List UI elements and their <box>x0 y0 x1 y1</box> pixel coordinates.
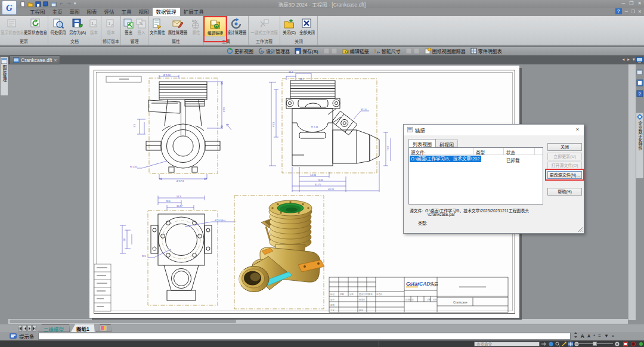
file-properties-button[interactable]: 文件属性 <box>149 17 166 35</box>
update-views-item[interactable]: 更新视图 <box>227 48 253 54</box>
one-click-workflow-button[interactable]: 一键式工作流程 <box>249 17 279 35</box>
new-file-icon[interactable] <box>20 1 26 7</box>
zoom-out-icon[interactable] <box>574 342 580 346</box>
tab-view[interactable]: 视图 <box>135 8 153 16</box>
tab-tools[interactable]: 工具 <box>118 8 135 16</box>
link-row-selected[interactable]: G:\桌面\工作学习\5、技术文章\202... <box>410 156 481 162</box>
properties-mv-button[interactable]: mv 属性 <box>190 17 203 35</box>
zoom-in-icon[interactable] <box>615 342 620 346</box>
next-sheet-button[interactable] <box>27 325 32 331</box>
tab-tree-view[interactable]: 树视图 <box>435 140 458 147</box>
tab-scroll-right-icon[interactable]: ▸ <box>627 57 630 62</box>
where-used-button[interactable]: 何处使用 <box>49 17 67 35</box>
update-now-button[interactable]: 立即更新(U) <box>547 153 582 160</box>
stop-icon[interactable] <box>631 342 636 346</box>
font-increase-icon[interactable]: A <box>581 333 585 340</box>
last-sheet-button[interactable] <box>32 325 36 331</box>
tab-scroll-left-icon[interactable]: ◂ <box>622 57 624 62</box>
check-in-button[interactable]: 签入 <box>135 17 147 35</box>
close-file-button[interactable]: 关闭(C) <box>281 17 298 35</box>
save-icon[interactable] <box>35 1 41 7</box>
design-manager-item[interactable]: 设计管理器 <box>258 48 290 54</box>
prompt-menu-icon[interactable]: ≡ <box>598 333 601 340</box>
tab-drawing[interactable]: 工程图 <box>26 8 49 16</box>
font-decrease-icon[interactable]: A <box>587 333 590 340</box>
tab-data-management[interactable]: 数据管理 <box>153 8 180 16</box>
monitor-icon[interactable] <box>636 57 643 64</box>
design-manager-button[interactable]: 设计管理器 <box>226 17 247 35</box>
goto-icon[interactable] <box>541 342 547 346</box>
panel-icon-2[interactable] <box>636 79 643 86</box>
doc-close-button[interactable]: ✕ <box>638 9 642 14</box>
right-panel-tab[interactable]: 企业数字化特性 <box>636 112 644 179</box>
tab-list-view[interactable]: 列表视图 <box>408 139 436 147</box>
disabled-item-2[interactable] <box>405 48 420 54</box>
status-green-icon[interactable] <box>639 342 644 346</box>
save-as-button[interactable]: 另存为(A) <box>67 17 88 35</box>
sheet-tab-2d-model[interactable]: 二维模型 <box>38 324 70 332</box>
open-file-icon[interactable] <box>27 1 33 7</box>
left-panel-tab[interactable]: 图层管理 <box>0 57 8 96</box>
parts-list-item[interactable]: 零件明细表 <box>470 48 502 54</box>
tab-evaluate[interactable]: 评估 <box>101 8 118 16</box>
close-all-button[interactable]: 全部关闭 <box>298 17 317 35</box>
dialog-resize-grip[interactable] <box>578 227 583 232</box>
drawing-view-tracker-item[interactable]: 图纸视图跟踪器 <box>425 48 466 54</box>
prompt-star-icon[interactable]: * <box>593 333 595 340</box>
edit-links-item[interactable]: 编辑链接 <box>342 48 369 54</box>
disabled-item-1[interactable] <box>323 48 338 54</box>
customize-toolbar-icon[interactable]: ▾ <box>74 1 80 7</box>
edit-links-button[interactable]: 编辑链接 <box>205 17 226 36</box>
tab-sketch[interactable]: 草图 <box>66 8 83 16</box>
app-logo-button[interactable]: G <box>2 1 17 15</box>
minimize-button[interactable]: ─ <box>621 1 625 6</box>
prompt-spinner[interactable] <box>574 332 578 340</box>
version-button[interactable]: 12 版本 <box>88 17 100 35</box>
tab-home[interactable]: 主页 <box>49 8 66 16</box>
revision-version-button[interactable]: 12 版本 <box>102 17 120 35</box>
prompt-input[interactable] <box>38 333 571 340</box>
property-manager-button[interactable]: 属性管理器 <box>166 17 190 35</box>
first-sheet-button[interactable] <box>18 325 22 331</box>
new-sheet-tab[interactable] <box>96 324 112 332</box>
document-tab-close-icon[interactable]: × <box>54 57 57 63</box>
record-icon[interactable] <box>623 342 628 346</box>
status-icon-2[interactable] <box>555 342 561 346</box>
zoom-slider-handle[interactable] <box>593 342 597 346</box>
prompt-dock-icon[interactable]: ▼ <box>604 333 609 340</box>
status-icon-1[interactable] <box>549 342 554 346</box>
save-item[interactable]: 保存(S) <box>295 48 318 54</box>
tab-extensions[interactable]: 扩展工具 <box>180 8 208 16</box>
restore-button[interactable]: ❐ <box>629 1 633 6</box>
panel-icon-3[interactable]: ? <box>636 90 643 97</box>
status-icon-4[interactable] <box>568 342 574 346</box>
links-list[interactable]: 源文件: 类型 状态 G:\桌面\工作学习\5、技术文章\202... 已卸载 <box>408 147 543 205</box>
show-status-info-button[interactable]: 显示状态信息 <box>1 17 24 35</box>
smart-dimension-item[interactable]: 1 智能尺寸 <box>374 48 401 54</box>
close-button[interactable]: ✕ <box>637 1 642 6</box>
tab-diagram[interactable]: 图表 <box>83 8 101 16</box>
dialog-title-bar[interactable]: 链接 <box>404 125 584 135</box>
horizontal-scrollbar[interactable] <box>8 319 628 324</box>
dialog-close-button[interactable]: × <box>576 126 579 132</box>
panel-icon-1[interactable] <box>636 69 643 76</box>
sheet-tab-sheet1[interactable]: 图纸1 <box>71 324 95 332</box>
prev-sheet-button[interactable] <box>23 325 27 331</box>
window-icon[interactable] <box>51 1 57 7</box>
vertical-scrollbar[interactable] <box>628 64 636 320</box>
redo-icon[interactable] <box>66 1 72 7</box>
status-icon-3[interactable] <box>562 342 567 346</box>
tab-list-icon[interactable]: ▾ <box>633 57 635 62</box>
undo-icon[interactable] <box>58 1 64 7</box>
check-out-button[interactable]: 签出 <box>122 17 135 35</box>
help-button[interactable]: ? <box>615 8 622 14</box>
document-tab[interactable]: Crankcase.dft × <box>10 55 60 64</box>
save-all-icon[interactable] <box>43 1 49 7</box>
command-search-input[interactable]: 查找命令 <box>474 342 540 346</box>
doc-restore-button[interactable]: ❐ <box>631 9 635 14</box>
doc-minimize-button[interactable]: ─ <box>625 9 628 14</box>
help-dialog-button[interactable]: 帮助(H) <box>547 188 582 196</box>
prompt-close-icon[interactable]: × <box>612 333 615 340</box>
update-status-info-button[interactable]: 更新状态信息 <box>24 17 47 35</box>
close-dialog-button[interactable]: 关闭 <box>547 143 582 151</box>
